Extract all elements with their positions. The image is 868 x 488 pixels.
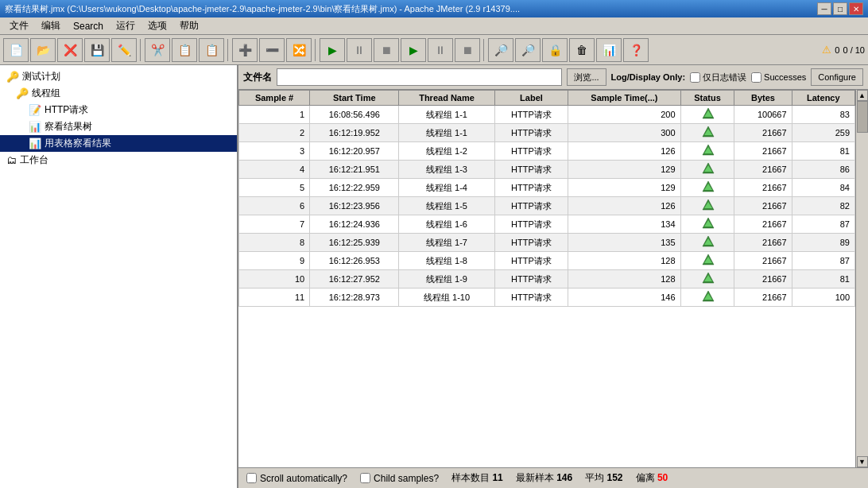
minimize-button[interactable]: ─ <box>817 2 831 15</box>
error-checkbox[interactable] <box>690 72 700 83</box>
table-cell: 线程组 1-7 <box>399 234 494 252</box>
run-remote-button[interactable]: ▶ <box>401 38 426 62</box>
help-button[interactable]: ❓ <box>623 38 649 62</box>
table-row[interactable]: 916:12:26.953线程组 1-8HTTP请求1282166787 <box>239 252 855 270</box>
table-cell: 21667 <box>734 215 792 234</box>
table-row[interactable]: 716:12:24.936线程组 1-6HTTP请求1342166787 <box>239 215 855 234</box>
clear-all-button[interactable]: 🗑 <box>569 38 595 62</box>
table-row[interactable]: 116:08:56.496线程组 1-1HTTP请求20010066783 <box>239 106 855 124</box>
table-cell: 300 <box>568 124 680 142</box>
toolbar: 📄 📂 ❌ 💾 ✏️ ✂️ 📋 📋 ➕ ➖ 🔀 ▶ ⏸ ⏹ ▶ ⏸ ⏹ 🔎 🔎 … <box>0 35 868 65</box>
error-check-group[interactable]: 仅日志错误 <box>690 72 746 83</box>
warning-count: 0 <box>835 45 839 55</box>
tree-item-workbench[interactable]: 🗂 工作台 <box>0 152 237 168</box>
stop-remote-button[interactable]: ⏹ <box>455 38 480 62</box>
scrollbar[interactable]: ▲ ▼ <box>855 90 868 467</box>
configure-button[interactable]: Configure <box>811 68 863 86</box>
add-button[interactable]: ➕ <box>232 38 258 62</box>
save-button[interactable]: 💾 <box>84 38 110 62</box>
paste-button[interactable]: 📋 <box>199 38 224 62</box>
table-cell: 16:12:19.952 <box>310 124 399 142</box>
stop-button[interactable]: ⏹ <box>374 38 399 62</box>
table-cell: 线程组 1-1 <box>399 106 494 124</box>
remove-button[interactable]: ➖ <box>259 38 285 62</box>
table-cell: 21667 <box>734 270 792 289</box>
menu-item-帮助[interactable]: 帮助 <box>173 17 205 34</box>
col-start-time: Start Time <box>310 91 399 106</box>
pause-remote-button[interactable]: ⏸ <box>428 38 453 62</box>
success-check-group[interactable]: Successes <box>751 72 806 83</box>
scroll-thumb[interactable] <box>857 101 868 133</box>
deviation-stat: 偏离 50 <box>636 471 668 485</box>
table-cell: 89 <box>792 234 854 252</box>
sample-count-label: 样本数目 <box>451 472 490 483</box>
table-cell: 线程组 1-5 <box>399 197 494 215</box>
browse-button[interactable]: 浏览... <box>567 68 606 86</box>
search2-button[interactable]: 🔎 <box>515 38 541 62</box>
tree-item-thread-group[interactable]: 🔑 线程组 <box>0 85 237 102</box>
menu-item-运行[interactable]: 运行 <box>110 17 141 34</box>
new-button[interactable]: 📄 <box>3 38 29 62</box>
report-button[interactable]: 📊 <box>596 38 622 62</box>
table-row[interactable]: 616:12:23.956线程组 1-5HTTP请求1262166782 <box>239 197 855 215</box>
open-button[interactable]: 📂 <box>30 38 56 62</box>
separator4 <box>483 39 485 61</box>
close-button[interactable]: ✕ <box>849 2 863 15</box>
table-row[interactable]: 816:12:25.939线程组 1-7HTTP请求1352166789 <box>239 234 855 252</box>
file-input[interactable] <box>277 68 562 86</box>
table-cell <box>680 161 734 179</box>
tree-item-http-request[interactable]: 📝 HTTP请求 <box>0 102 237 118</box>
tree-label-workbench: 工作台 <box>20 153 48 167</box>
col-sample-time: Sample Time(...) <box>568 91 680 106</box>
tree-item-view-table[interactable]: 📊 用表格察看结果 <box>0 135 237 152</box>
maximize-button[interactable]: □ <box>833 2 847 15</box>
table-cell: 线程组 1-6 <box>399 215 494 234</box>
pause-button[interactable]: ⏸ <box>347 38 372 62</box>
search-button[interactable]: 🔎 <box>488 38 513 62</box>
tree-item-test-plan[interactable]: 🔑 测试计划 <box>0 68 237 85</box>
error-label: 仅日志错误 <box>703 72 746 83</box>
table-row[interactable]: 316:12:20.957线程组 1-2HTTP请求1262166781 <box>239 142 855 161</box>
scroll-down[interactable]: ▼ <box>857 456 868 467</box>
clear-button[interactable]: 🔀 <box>286 38 312 62</box>
cut-button[interactable]: ✂️ <box>145 38 170 62</box>
col-sample: Sample # <box>239 91 310 106</box>
success-checkbox[interactable] <box>751 72 761 83</box>
table-cell: 线程组 1-10 <box>399 289 494 307</box>
menu-item-选项[interactable]: 选项 <box>141 17 173 34</box>
table-container[interactable]: Sample # Start Time Thread Name Label Sa… <box>238 90 855 467</box>
table-cell: 135 <box>568 234 680 252</box>
scroll-auto-checkbox[interactable] <box>246 473 257 483</box>
title-text: 察看结果树.jmx (C:\Users\wukong\Desktop\apach… <box>5 3 817 15</box>
table-cell: HTTP请求 <box>494 215 568 234</box>
table-row[interactable]: 416:12:21.951线程组 1-3HTTP请求1292166786 <box>239 161 855 179</box>
view-table-icon: 📊 <box>29 137 41 149</box>
lock-button[interactable]: 🔒 <box>542 38 568 62</box>
scroll-auto-check[interactable]: Scroll automatically? <box>246 473 347 484</box>
col-label: Label <box>494 91 568 106</box>
table-cell <box>680 289 734 307</box>
child-samples-check[interactable]: Child samples? <box>360 473 439 484</box>
table-row[interactable]: 1116:12:28.973线程组 1-10HTTP请求14621667100 <box>239 289 855 307</box>
success-label: Successes <box>764 72 806 82</box>
table-cell: HTTP请求 <box>494 161 568 179</box>
save-as-button[interactable]: ✏️ <box>111 38 137 62</box>
table-row[interactable]: 1016:12:27.952线程组 1-9HTTP请求1282166781 <box>239 270 855 289</box>
avg-label: 平均 <box>585 472 604 483</box>
menu-item-Search[interactable]: Search <box>67 19 110 33</box>
tree-item-view-results-tree[interactable]: 📊 察看结果树 <box>0 118 237 135</box>
menu-item-编辑[interactable]: 编辑 <box>35 17 67 34</box>
copy-button[interactable]: 📋 <box>172 38 197 62</box>
view-tree-icon: 📊 <box>29 121 41 133</box>
main-layout: 🔑 测试计划 🔑 线程组 📝 HTTP请求 📊 察看结果树 📊 用表格察看结果 … <box>0 65 868 488</box>
table-cell <box>680 106 734 124</box>
run-button[interactable]: ▶ <box>320 38 345 62</box>
table-row[interactable]: 516:12:22.959线程组 1-4HTTP请求1292166784 <box>239 179 855 197</box>
child-samples-checkbox[interactable] <box>360 473 370 483</box>
menu-item-文件[interactable]: 文件 <box>3 17 35 34</box>
scroll-up[interactable]: ▲ <box>857 90 868 101</box>
table-row[interactable]: 216:12:19.952线程组 1-1HTTP请求30021667259 <box>239 124 855 142</box>
key-icon: 🔑 <box>6 71 19 83</box>
table-cell: HTTP请求 <box>494 252 568 270</box>
close-file-button[interactable]: ❌ <box>57 38 83 62</box>
